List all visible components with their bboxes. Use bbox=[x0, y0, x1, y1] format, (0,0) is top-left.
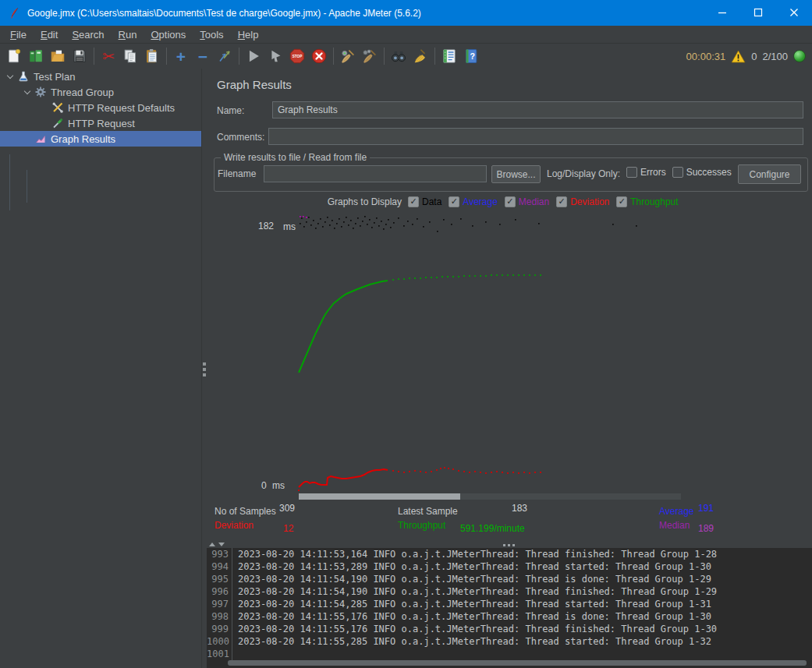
tree-expand-chevron-icon[interactable] bbox=[22, 87, 33, 97]
tree-item-test-plan[interactable]: Test Plan bbox=[0, 69, 201, 84]
log-line: 9962023-08-20 14:11:54,190 INFO o.a.j.t.… bbox=[207, 585, 812, 598]
toggle-button[interactable] bbox=[214, 45, 236, 67]
successes-checkbox[interactable] bbox=[672, 167, 683, 178]
tree-item-label: HTTP Request Defaults bbox=[68, 102, 175, 114]
start-button[interactable] bbox=[243, 45, 264, 67]
zoom-out-button[interactable]: − bbox=[192, 45, 214, 67]
log-line-number: 999 bbox=[207, 623, 232, 635]
display-deviation-checkbox[interactable] bbox=[556, 196, 567, 207]
filename-input[interactable] bbox=[264, 165, 487, 182]
close-button[interactable] bbox=[776, 0, 812, 26]
clear-icon bbox=[339, 48, 356, 65]
test-plan-icon bbox=[17, 70, 30, 83]
panel-splitter-horizontal[interactable] bbox=[207, 542, 812, 548]
menu-help[interactable]: Help bbox=[231, 27, 266, 42]
errors-checkbox[interactable] bbox=[626, 167, 637, 178]
minimize-button[interactable] bbox=[704, 0, 740, 26]
thread-group-icon bbox=[34, 86, 47, 98]
log-scrollbar-thumb[interactable] bbox=[228, 660, 807, 666]
toolbar: ✂+−STOP? 00:00:31 0 2/100 bbox=[0, 44, 812, 69]
log-line-number: 997 bbox=[207, 598, 232, 610]
tree-item-thread-group[interactable]: Thread Group bbox=[0, 84, 201, 100]
svg-text:?: ? bbox=[470, 51, 475, 61]
log-line-number: 1000 bbox=[207, 635, 232, 648]
log-line: 9952023-08-20 14:11:54,190 INFO o.a.j.t.… bbox=[207, 573, 812, 585]
log-viewer: 9932023-08-20 14:11:53,164 INFO o.a.j.t.… bbox=[207, 548, 812, 668]
stop-button[interactable]: STOP bbox=[286, 45, 308, 67]
splitter-collapse-up-icon[interactable] bbox=[209, 543, 215, 546]
stop-icon: STOP bbox=[289, 48, 306, 65]
display-throughput-checkbox[interactable] bbox=[616, 196, 627, 207]
tree-item-http-request[interactable]: HTTP Request bbox=[0, 115, 201, 131]
menu-tools[interactable]: Tools bbox=[193, 27, 230, 42]
stat-median-value: 189 bbox=[698, 523, 714, 534]
log-line: 9992023-08-20 14:11:55,176 INFO o.a.j.t.… bbox=[207, 623, 812, 635]
menu-edit[interactable]: Edit bbox=[34, 27, 65, 42]
help-icon: ? bbox=[463, 48, 480, 65]
tree-expand-chevron-icon[interactable] bbox=[5, 71, 16, 82]
name-input[interactable] bbox=[272, 101, 803, 118]
errors-label: Errors bbox=[640, 167, 666, 178]
start-no-timers-icon bbox=[267, 48, 284, 65]
copy-button[interactable] bbox=[119, 45, 141, 67]
log-line-text: 2023-08-20 14:11:53,164 INFO o.a.j.t.JMe… bbox=[238, 548, 717, 560]
display-data-label: Data bbox=[422, 196, 441, 207]
menu-options[interactable]: Options bbox=[144, 27, 193, 42]
tree-item-http-request-defaults[interactable]: HTTP Request Defaults bbox=[0, 100, 201, 115]
test-running-indicator bbox=[793, 50, 806, 62]
menu-run[interactable]: Run bbox=[112, 27, 144, 42]
maximize-button[interactable] bbox=[740, 0, 776, 26]
request-defaults-icon bbox=[51, 101, 64, 114]
stat-deviation-value: 12 bbox=[283, 523, 293, 534]
splitter-collapse-down-icon[interactable] bbox=[218, 543, 225, 546]
browse-button[interactable]: Browse... bbox=[491, 165, 541, 183]
log-line-number: 998 bbox=[207, 610, 232, 623]
clear-all-button[interactable] bbox=[359, 45, 381, 67]
copy-icon bbox=[122, 48, 139, 65]
log-line: 1001 bbox=[207, 648, 812, 660]
open-button[interactable] bbox=[47, 45, 69, 67]
graph-series-checkboxes: DataAverageMedianDeviationThroughput bbox=[408, 196, 679, 208]
toolbar-separator bbox=[333, 48, 334, 65]
clear-button[interactable] bbox=[337, 45, 359, 67]
tree-item-graph-results[interactable]: Graph Results bbox=[0, 131, 201, 147]
shutdown-button[interactable] bbox=[308, 45, 330, 67]
cut-button[interactable]: ✂ bbox=[98, 45, 119, 67]
tree-item-label: Test Plan bbox=[34, 71, 75, 83]
search-button[interactable] bbox=[388, 45, 410, 67]
log-line-number: 994 bbox=[207, 560, 232, 573]
display-median-checkbox[interactable] bbox=[505, 196, 516, 207]
warning-indicator-icon[interactable] bbox=[731, 50, 746, 63]
stat-average-value: 191 bbox=[698, 503, 714, 514]
function-helper-button[interactable] bbox=[438, 45, 460, 67]
configure-button[interactable]: Configure bbox=[738, 164, 801, 184]
new-button[interactable] bbox=[3, 45, 25, 67]
comments-input[interactable] bbox=[268, 128, 803, 145]
menu-file[interactable]: File bbox=[3, 27, 34, 42]
close-icon bbox=[789, 6, 799, 20]
successes-option: Successes bbox=[672, 167, 732, 178]
log-horizontal-scrollbar[interactable] bbox=[228, 660, 807, 666]
stat-no-of-samples-label: No of Samples bbox=[215, 506, 276, 517]
toggle-icon bbox=[216, 48, 233, 65]
template-button[interactable] bbox=[25, 45, 47, 67]
save-icon bbox=[71, 48, 88, 65]
zoom-in-button[interactable]: + bbox=[170, 45, 192, 67]
maximize-icon bbox=[753, 6, 763, 20]
thread-count: 2/100 bbox=[762, 51, 788, 62]
paste-icon bbox=[144, 48, 161, 65]
start-no-timers-button[interactable] bbox=[264, 45, 286, 67]
help-button[interactable]: ? bbox=[460, 45, 482, 67]
log-line-text: 2023-08-20 14:11:55,176 INFO o.a.j.t.JMe… bbox=[238, 623, 717, 635]
display-data-checkbox[interactable] bbox=[408, 196, 419, 207]
paste-button[interactable] bbox=[141, 45, 163, 67]
y-axis-min-value: 0 bbox=[261, 480, 267, 491]
save-button[interactable] bbox=[69, 45, 90, 67]
search-reset-button[interactable] bbox=[410, 45, 431, 67]
menu-search[interactable]: Search bbox=[65, 27, 111, 42]
errors-option: Errors bbox=[626, 167, 666, 178]
graph-scrollbar-thumb[interactable] bbox=[299, 493, 460, 500]
comments-label: Comments: bbox=[217, 132, 264, 143]
graph-horizontal-scrollbar[interactable] bbox=[299, 493, 681, 500]
display-average-checkbox[interactable] bbox=[449, 196, 459, 207]
